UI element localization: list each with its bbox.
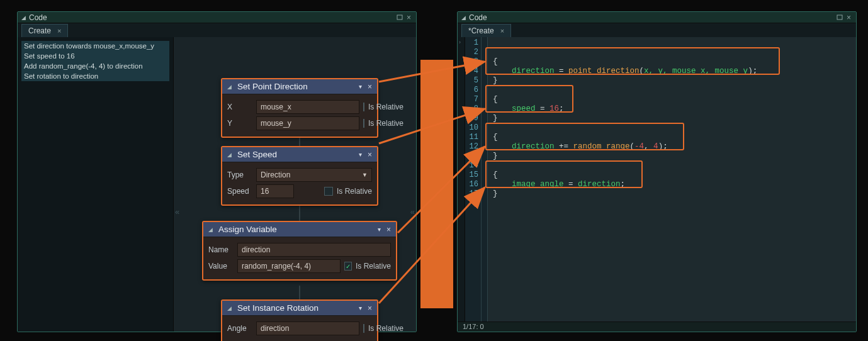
name-label: Name: [208, 245, 234, 254]
collapse-tri-icon: ◢: [227, 305, 232, 311]
menu-icon[interactable]: ▾: [378, 226, 381, 233]
relative-label: Is Relative: [337, 187, 372, 196]
tab-create[interactable]: Create ×: [21, 24, 68, 37]
close-icon[interactable]: ×: [368, 82, 372, 91]
angle-input[interactable]: [256, 321, 359, 335]
x-input[interactable]: [256, 100, 359, 114]
collapse-tri-icon: ◢: [208, 226, 213, 233]
relative-checkbox[interactable]: [363, 119, 364, 128]
close-icon[interactable]: ×: [368, 304, 372, 313]
dnd-window: ◢ Code × Create × Set direction towards …: [17, 11, 417, 332]
collapse-tri-icon: ◢: [227, 84, 232, 90]
chevron-right-icon[interactable]: «: [410, 207, 415, 216]
value-input[interactable]: [237, 259, 341, 273]
marker-icon: ›: [459, 39, 461, 45]
y-label: Y: [227, 119, 252, 128]
svg-rect-0: [397, 15, 402, 20]
type-value: Direction: [261, 170, 290, 179]
chevron-left-icon[interactable]: «: [175, 207, 179, 216]
type-select[interactable]: Direction ▼: [256, 168, 372, 182]
block-assign-variable[interactable]: ◢ Assign Variable ▾ × Name Value: [202, 221, 397, 281]
tab-create-code[interactable]: *Create ×: [461, 24, 511, 37]
action-list: Set direction towards mouse_x,mouse_y Se…: [18, 37, 174, 332]
relative-checkbox[interactable]: [363, 103, 364, 111]
relative-checkbox[interactable]: [363, 324, 364, 333]
line-number-gutter: 1234567891011121314151617: [465, 37, 482, 321]
tab-close-icon[interactable]: ×: [500, 27, 504, 35]
name-input[interactable]: [237, 243, 391, 257]
relative-checkbox[interactable]: [324, 187, 333, 196]
list-item[interactable]: Set direction towards mouse_x,mouse_y: [21, 41, 169, 51]
block-header[interactable]: ◢ Set Point Direction ▾ ×: [222, 79, 377, 94]
relative-label: Is Relative: [368, 324, 403, 333]
block-header[interactable]: ◢ Set Speed ▾ ×: [222, 147, 377, 162]
list-item[interactable]: Set rotation to direction: [21, 71, 169, 81]
connector: [300, 286, 300, 299]
block-title: Set Speed: [237, 150, 356, 159]
collapse-tri-icon: ◢: [461, 14, 466, 21]
angle-label: Angle: [227, 324, 252, 333]
relative-label: Is Relative: [356, 262, 391, 271]
decor-orange: [420, 60, 453, 308]
status-bar: 1/17: 0: [458, 321, 856, 332]
close-icon[interactable]: ×: [405, 14, 412, 21]
list-item[interactable]: Add random_range(-4, 4) to direction: [21, 61, 169, 71]
code-window: ◢ Code × *Create × › 1234567891011121314…: [457, 11, 857, 332]
block-title: Set Instance Rotation: [237, 303, 356, 313]
menu-icon[interactable]: ▾: [359, 305, 362, 311]
tab-label: Create: [28, 26, 51, 35]
tabbar-left: Create ×: [18, 23, 416, 37]
list-item[interactable]: Set speed to 16: [21, 51, 169, 61]
relative-label: Is Relative: [368, 103, 403, 111]
connector: [300, 206, 300, 221]
speed-label: Speed: [227, 187, 252, 196]
maximize-icon[interactable]: [396, 14, 403, 21]
chevron-down-icon: ▼: [362, 172, 368, 178]
maximize-icon[interactable]: [836, 14, 843, 21]
menu-icon[interactable]: ▾: [359, 151, 362, 158]
block-header[interactable]: ◢ Assign Variable ▾ ×: [203, 222, 396, 237]
close-icon[interactable]: ×: [368, 150, 372, 159]
speed-input[interactable]: [256, 184, 294, 198]
tab-close-icon[interactable]: ×: [57, 27, 61, 35]
block-title: Assign Variable: [218, 225, 375, 234]
type-label: Type: [227, 170, 252, 179]
close-icon[interactable]: ×: [845, 14, 852, 21]
code-content[interactable]: { direction = point_direction(x, y, mous…: [488, 37, 856, 321]
y-input[interactable]: [256, 116, 359, 130]
tabbar-right: *Create ×: [458, 23, 856, 37]
block-set-instance-rotation[interactable]: ◢ Set Instance Rotation ▾ × Angle Is Rel…: [221, 299, 378, 341]
relative-checkbox[interactable]: ✓: [344, 262, 352, 271]
relative-label: Is Relative: [368, 119, 403, 128]
value-label: Value: [208, 262, 234, 271]
collapse-tri-icon: ◢: [227, 152, 232, 158]
block-set-speed[interactable]: ◢ Set Speed ▾ × Type Direction ▼: [221, 146, 378, 206]
fold-gutter[interactable]: [482, 37, 488, 321]
close-icon[interactable]: ×: [386, 225, 391, 234]
block-set-point-direction[interactable]: ◢ Set Point Direction ▾ × X Is Relative: [221, 78, 378, 138]
titlebar-right[interactable]: ◢ Code ×: [458, 12, 856, 23]
title-left: Code: [29, 13, 393, 22]
x-label: X: [227, 103, 252, 111]
block-title: Set Point Direction: [237, 82, 356, 91]
code-editor[interactable]: › 1234567891011121314151617 { direction …: [458, 37, 856, 321]
titlebar-left[interactable]: ◢ Code ×: [18, 12, 416, 23]
title-right: Code: [469, 13, 833, 22]
menu-icon[interactable]: ▾: [359, 83, 362, 90]
breakpoint-gutter[interactable]: ›: [458, 37, 465, 321]
tab-label: *Create: [468, 26, 494, 35]
dnd-canvas[interactable]: « « ◢ Set Point Direction ▾ ×: [174, 37, 416, 332]
block-header[interactable]: ◢ Set Instance Rotation ▾ ×: [222, 301, 377, 316]
collapse-tri-icon: ◢: [21, 14, 26, 21]
svg-rect-1: [837, 15, 842, 20]
